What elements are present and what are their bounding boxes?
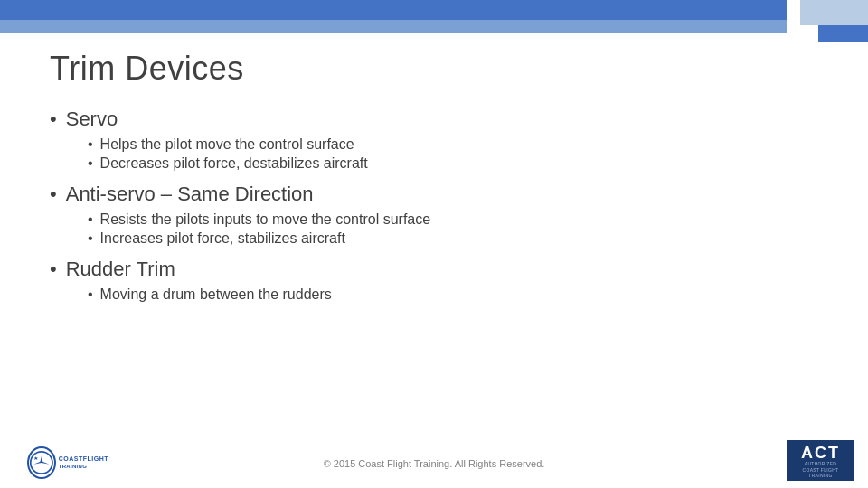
coast-logo-circle — [27, 446, 56, 479]
sub-bullet-servo-2: Decreases pilot force, destabilizes airc… — [88, 155, 796, 172]
servo-sub-bullets: Helps the pilot move the control surface… — [88, 136, 796, 172]
sub-bullet-servo-1: Helps the pilot move the control surface — [88, 136, 796, 153]
sub-bullet-rudder-1: Moving a drum between the rudders — [88, 286, 796, 303]
act-logo-text: ACT — [801, 445, 840, 461]
coast-flight-logo: COASTFLIGHT TRAINING — [27, 445, 108, 481]
accent-square-small — [818, 25, 868, 42]
slide-content: Trim Devices Servo Helps the pilot move … — [50, 50, 796, 434]
coast-logo-svg — [29, 448, 54, 477]
copyright-text: © 2015 Coast Flight Training. All Rights… — [324, 458, 545, 469]
servo-heading: Servo — [66, 108, 118, 131]
act-logo-subtext: AUTHORIZEDCOAST FLIGHTTRAINING — [803, 461, 839, 479]
accent-square-large — [800, 0, 868, 25]
sub-bullet-antiservo-2: Increases pilot force, stabilizes aircra… — [88, 230, 796, 247]
main-bullet-servo: Servo — [50, 108, 796, 131]
rudder-sub-bullets: Moving a drum between the rudders — [88, 286, 796, 303]
slide-title: Trim Devices — [50, 50, 796, 88]
antiservo-sub-bullets: Resists the pilots inputs to move the co… — [88, 211, 796, 247]
footer: © 2015 Coast Flight Training. All Rights… — [0, 438, 868, 488]
rudder-heading: Rudder Trim — [66, 258, 175, 281]
antiservo-heading: Anti-servo – Same Direction — [66, 183, 314, 206]
main-bullet-antiservo: Anti-servo – Same Direction — [50, 183, 796, 206]
act-logo: ACT AUTHORIZEDCOAST FLIGHTTRAINING — [787, 440, 854, 481]
main-bullet-rudder: Rudder Trim — [50, 258, 796, 281]
coast-logo-text: COASTFLIGHT TRAINING — [59, 455, 108, 470]
header-bar-top — [0, 0, 787, 20]
sub-bullet-antiservo-1: Resists the pilots inputs to move the co… — [88, 211, 796, 228]
header-bar-bottom — [0, 20, 787, 33]
svg-marker-1 — [34, 456, 38, 460]
